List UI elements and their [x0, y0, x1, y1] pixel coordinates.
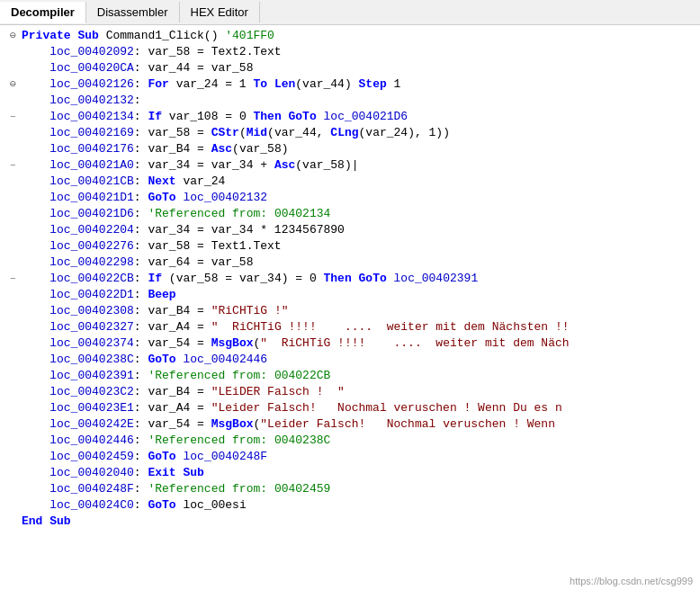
- line-gutter: –: [4, 159, 22, 172]
- table-row: loc_004021D1: GoTo loc_00402132: [0, 191, 700, 207]
- table-row: loc_0040248F: 'Referenced from: 00402459: [0, 482, 700, 498]
- table-row: loc_004021D6: 'Referenced from: 00402134: [0, 207, 700, 223]
- table-row: ⊖ loc_00402126: For var_24 = 1 To Len(va…: [0, 77, 700, 94]
- table-row: loc_0040238C: GoTo loc_00402446: [0, 353, 700, 369]
- table-row: loc_00402446: 'Referenced from: 0040238C: [0, 434, 700, 450]
- table-row: loc_00402327: var_A4 = " RiCHTiG !!!! ..…: [0, 320, 700, 336]
- title-bar: Decompiler Disassembler HEX Editor: [0, 0, 700, 25]
- table-row: – loc_00402134: If var_108 = 0 Then GoTo…: [0, 110, 700, 126]
- tab-hex-editor[interactable]: HEX Editor: [180, 2, 260, 22]
- table-row: loc_00402276: var_58 = Text1.Text: [0, 239, 700, 255]
- tab-decompiler[interactable]: Decompiler: [0, 2, 86, 23]
- table-row: – loc_004022CB: If (var_58 = var_34) = 0…: [0, 272, 700, 288]
- table-row: loc_00402132:: [0, 94, 700, 110]
- table-row: loc_00402298: var_64 = var_58: [0, 255, 700, 272]
- table-row: loc_004021CB: Next var_24: [0, 174, 700, 191]
- table-row: loc_0040242E: var_54 = MsgBox("Leider Fa…: [0, 417, 700, 434]
- table-row: loc_00402204: var_34 = var_34 * 12345678…: [0, 223, 700, 239]
- watermark: https://blog.csdn.net/csg999: [570, 576, 693, 586]
- line-gutter: –: [4, 111, 22, 123]
- code-area[interactable]: ⊖ Private Sub Command1_Click() '401FF0 l…: [0, 25, 700, 590]
- collapse-icon[interactable]: ⊖: [4, 77, 22, 91]
- table-row: loc_00402169: var_58 = CStr(Mid(var_44, …: [0, 126, 700, 142]
- table-row: loc_004022D1: Beep: [0, 288, 700, 304]
- collapse-icon[interactable]: ⊖: [4, 29, 22, 42]
- table-row: loc_004020CA: var_44 = var_58: [0, 61, 700, 77]
- tab-disassembler[interactable]: Disassembler: [86, 2, 180, 22]
- table-row: loc_00402308: var_B4 = "RiCHTiG !": [0, 304, 700, 320]
- table-row: ⊖ Private Sub Command1_Click() '401FF0: [0, 29, 700, 45]
- table-row: End Sub: [0, 514, 700, 531]
- table-row: loc_00402092: var_58 = Text2.Text: [0, 45, 700, 61]
- table-row: – loc_004021A0: var_34 = var_34 + Asc(va…: [0, 158, 700, 174]
- table-row: loc_004023E1: var_A4 = "Leider Falsch! N…: [0, 401, 700, 417]
- table-row: loc_004024C0: GoTo loc_00esi: [0, 498, 700, 514]
- table-row: loc_00402374: var_54 = MsgBox(" RiCHTiG …: [0, 336, 700, 353]
- line-gutter: –: [4, 273, 22, 285]
- table-row: loc_004023C2: var_B4 = "LEiDER Falsch ! …: [0, 385, 700, 401]
- table-row: loc_00402459: GoTo loc_0040248F: [0, 450, 700, 466]
- table-row: loc_00402040: Exit Sub: [0, 466, 700, 482]
- table-row: loc_00402391: 'Referenced from: 004022CB: [0, 369, 700, 385]
- table-row: loc_00402176: var_B4 = Asc(var_58): [0, 142, 700, 158]
